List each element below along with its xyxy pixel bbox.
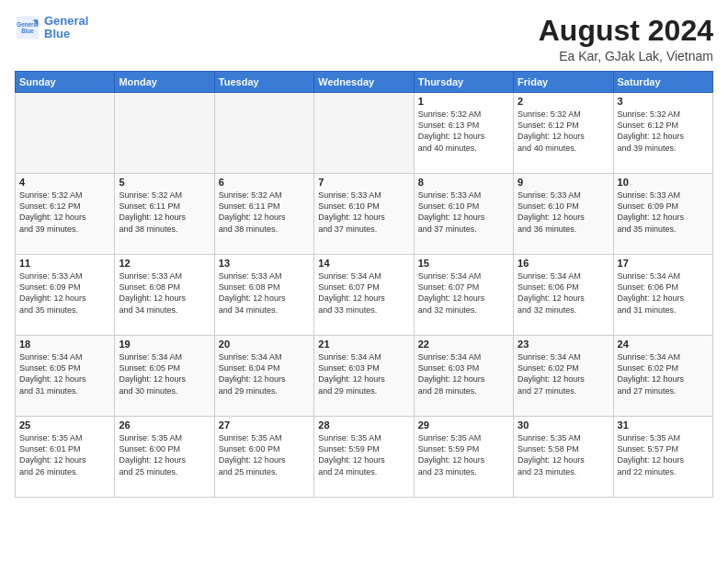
calendar-cell: 11Sunrise: 5:33 AM Sunset: 6:09 PM Dayli… xyxy=(16,255,115,336)
calendar-cell: 23Sunrise: 5:34 AM Sunset: 6:02 PM Dayli… xyxy=(514,336,613,417)
calendar-cell: 26Sunrise: 5:35 AM Sunset: 6:00 PM Dayli… xyxy=(115,417,214,498)
day-number: 27 xyxy=(219,419,310,431)
day-info: Sunrise: 5:34 AM Sunset: 6:04 PM Dayligh… xyxy=(219,351,310,396)
calendar-cell: 9Sunrise: 5:33 AM Sunset: 6:10 PM Daylig… xyxy=(514,174,613,255)
day-info: Sunrise: 5:33 AM Sunset: 6:10 PM Dayligh… xyxy=(518,190,609,235)
calendar-cell: 5Sunrise: 5:32 AM Sunset: 6:11 PM Daylig… xyxy=(115,174,214,255)
logo-icon: General Blue xyxy=(15,15,40,40)
title-block: August 2024 Ea Kar, GJak Lak, Vietnam xyxy=(539,15,713,63)
calendar-cell: 13Sunrise: 5:33 AM Sunset: 6:08 PM Dayli… xyxy=(214,255,313,336)
calendar-week-row: 4Sunrise: 5:32 AM Sunset: 6:12 PM Daylig… xyxy=(16,174,713,255)
logo: General Blue General Blue xyxy=(15,15,88,41)
calendar-table: Sunday Monday Tuesday Wednesday Thursday… xyxy=(15,71,713,498)
page-header: General Blue General Blue August 2024 Ea… xyxy=(15,15,713,63)
day-info: Sunrise: 5:34 AM Sunset: 6:03 PM Dayligh… xyxy=(418,351,509,396)
svg-text:Blue: Blue xyxy=(21,28,34,34)
calendar-cell: 19Sunrise: 5:34 AM Sunset: 6:05 PM Dayli… xyxy=(115,336,214,417)
day-info: Sunrise: 5:35 AM Sunset: 5:59 PM Dayligh… xyxy=(418,432,509,477)
calendar-cell: 10Sunrise: 5:33 AM Sunset: 6:09 PM Dayli… xyxy=(613,174,712,255)
day-info: Sunrise: 5:34 AM Sunset: 6:07 PM Dayligh… xyxy=(418,270,509,316)
calendar-week-row: 1Sunrise: 5:32 AM Sunset: 6:13 PM Daylig… xyxy=(16,93,713,174)
calendar-cell: 8Sunrise: 5:33 AM Sunset: 6:10 PM Daylig… xyxy=(414,174,513,255)
calendar-cell xyxy=(314,93,414,174)
day-number: 19 xyxy=(119,339,210,350)
day-info: Sunrise: 5:35 AM Sunset: 6:01 PM Dayligh… xyxy=(19,432,110,477)
day-number: 13 xyxy=(219,258,310,269)
day-number: 17 xyxy=(618,258,709,269)
day-info: Sunrise: 5:34 AM Sunset: 6:05 PM Dayligh… xyxy=(19,351,110,396)
calendar-cell: 7Sunrise: 5:33 AM Sunset: 6:10 PM Daylig… xyxy=(314,174,414,255)
calendar-cell: 28Sunrise: 5:35 AM Sunset: 5:59 PM Dayli… xyxy=(314,417,414,498)
day-number: 11 xyxy=(19,258,110,269)
day-info: Sunrise: 5:33 AM Sunset: 6:10 PM Dayligh… xyxy=(418,190,509,235)
calendar-cell: 27Sunrise: 5:35 AM Sunset: 6:00 PM Dayli… xyxy=(214,417,313,498)
calendar-cell: 1Sunrise: 5:32 AM Sunset: 6:13 PM Daylig… xyxy=(414,93,513,174)
day-info: Sunrise: 5:35 AM Sunset: 6:00 PM Dayligh… xyxy=(219,432,310,477)
day-number: 24 xyxy=(618,339,709,350)
day-number: 4 xyxy=(19,177,110,188)
days-header-row: Sunday Monday Tuesday Wednesday Thursday… xyxy=(16,72,713,93)
day-info: Sunrise: 5:34 AM Sunset: 6:03 PM Dayligh… xyxy=(318,351,409,396)
day-number: 5 xyxy=(119,177,210,188)
day-info: Sunrise: 5:34 AM Sunset: 6:07 PM Dayligh… xyxy=(318,270,409,316)
calendar-cell: 24Sunrise: 5:34 AM Sunset: 6:02 PM Dayli… xyxy=(613,336,712,417)
calendar-cell xyxy=(115,93,214,174)
day-number: 22 xyxy=(418,339,509,350)
day-number: 18 xyxy=(19,339,110,350)
calendar-cell: 29Sunrise: 5:35 AM Sunset: 5:59 PM Dayli… xyxy=(414,417,513,498)
calendar-cell: 31Sunrise: 5:35 AM Sunset: 5:57 PM Dayli… xyxy=(613,417,712,498)
calendar-cell: 2Sunrise: 5:32 AM Sunset: 6:12 PM Daylig… xyxy=(514,93,613,174)
day-info: Sunrise: 5:34 AM Sunset: 6:02 PM Dayligh… xyxy=(618,351,709,396)
calendar-cell: 15Sunrise: 5:34 AM Sunset: 6:07 PM Dayli… xyxy=(414,255,513,336)
day-info: Sunrise: 5:32 AM Sunset: 6:12 PM Dayligh… xyxy=(19,190,110,235)
day-info: Sunrise: 5:35 AM Sunset: 5:59 PM Dayligh… xyxy=(318,432,409,477)
day-info: Sunrise: 5:34 AM Sunset: 6:02 PM Dayligh… xyxy=(518,351,609,396)
day-info: Sunrise: 5:33 AM Sunset: 6:08 PM Dayligh… xyxy=(119,270,210,316)
calendar-cell xyxy=(214,93,313,174)
day-info: Sunrise: 5:32 AM Sunset: 6:13 PM Dayligh… xyxy=(418,109,509,154)
day-info: Sunrise: 5:34 AM Sunset: 6:06 PM Dayligh… xyxy=(618,270,709,316)
calendar-cell: 21Sunrise: 5:34 AM Sunset: 6:03 PM Dayli… xyxy=(314,336,414,417)
day-number: 20 xyxy=(219,339,310,350)
calendar-week-row: 11Sunrise: 5:33 AM Sunset: 6:09 PM Dayli… xyxy=(16,255,713,336)
day-info: Sunrise: 5:34 AM Sunset: 6:05 PM Dayligh… xyxy=(119,351,210,396)
day-number: 25 xyxy=(19,419,110,431)
calendar-cell: 16Sunrise: 5:34 AM Sunset: 6:06 PM Dayli… xyxy=(514,255,613,336)
day-number: 2 xyxy=(518,96,609,107)
day-number: 26 xyxy=(119,419,210,431)
calendar-cell: 14Sunrise: 5:34 AM Sunset: 6:07 PM Dayli… xyxy=(314,255,414,336)
day-number: 1 xyxy=(418,96,509,107)
day-info: Sunrise: 5:32 AM Sunset: 6:11 PM Dayligh… xyxy=(219,190,310,235)
calendar-cell: 18Sunrise: 5:34 AM Sunset: 6:05 PM Dayli… xyxy=(16,336,115,417)
day-number: 15 xyxy=(418,258,509,269)
col-thursday: Thursday xyxy=(414,72,513,93)
calendar-cell xyxy=(16,93,115,174)
day-info: Sunrise: 5:33 AM Sunset: 6:09 PM Dayligh… xyxy=(19,270,110,316)
day-info: Sunrise: 5:33 AM Sunset: 6:10 PM Dayligh… xyxy=(318,190,409,235)
day-info: Sunrise: 5:35 AM Sunset: 5:58 PM Dayligh… xyxy=(518,432,609,477)
day-info: Sunrise: 5:33 AM Sunset: 6:08 PM Dayligh… xyxy=(219,270,310,316)
calendar-cell: 3Sunrise: 5:32 AM Sunset: 6:12 PM Daylig… xyxy=(613,93,712,174)
day-number: 3 xyxy=(618,96,709,107)
day-number: 23 xyxy=(518,339,609,350)
day-number: 14 xyxy=(318,258,409,269)
calendar-cell: 25Sunrise: 5:35 AM Sunset: 6:01 PM Dayli… xyxy=(16,417,115,498)
day-info: Sunrise: 5:32 AM Sunset: 6:12 PM Dayligh… xyxy=(618,109,709,154)
day-number: 6 xyxy=(219,177,310,188)
logo-text: General Blue xyxy=(44,15,88,41)
day-info: Sunrise: 5:34 AM Sunset: 6:06 PM Dayligh… xyxy=(518,270,609,316)
col-tuesday: Tuesday xyxy=(214,72,313,93)
day-info: Sunrise: 5:33 AM Sunset: 6:09 PM Dayligh… xyxy=(618,190,709,235)
day-number: 10 xyxy=(618,177,709,188)
day-number: 30 xyxy=(518,419,609,431)
day-info: Sunrise: 5:32 AM Sunset: 6:12 PM Dayligh… xyxy=(518,109,609,154)
col-friday: Friday xyxy=(514,72,613,93)
calendar-week-row: 18Sunrise: 5:34 AM Sunset: 6:05 PM Dayli… xyxy=(16,336,713,417)
day-number: 28 xyxy=(318,419,409,431)
col-monday: Monday xyxy=(115,72,214,93)
day-number: 12 xyxy=(119,258,210,269)
subtitle: Ea Kar, GJak Lak, Vietnam xyxy=(539,49,713,63)
calendar-cell: 4Sunrise: 5:32 AM Sunset: 6:12 PM Daylig… xyxy=(16,174,115,255)
day-info: Sunrise: 5:35 AM Sunset: 6:00 PM Dayligh… xyxy=(119,432,210,477)
calendar-week-row: 25Sunrise: 5:35 AM Sunset: 6:01 PM Dayli… xyxy=(16,417,713,498)
